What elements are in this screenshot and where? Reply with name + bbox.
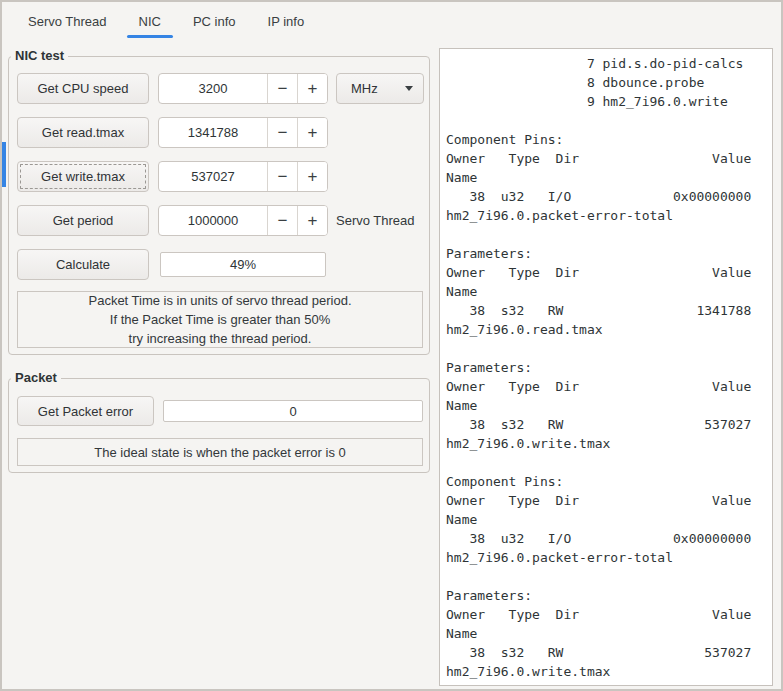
packet-time-progress: 49%: [160, 252, 326, 277]
cpu-speed-unit-value: MHz: [351, 81, 378, 96]
packet-time-note: Packet Time is in units of servo thread …: [17, 291, 423, 348]
cpu-speed-unit-dropdown[interactable]: MHz: [336, 73, 424, 104]
cpu-speed-decrement-button[interactable]: −: [267, 74, 297, 103]
write-tmax-value[interactable]: 537027: [159, 162, 267, 191]
packet-error-note: The ideal state is when the packet error…: [17, 438, 423, 466]
tab-ip-info[interactable]: IP info: [252, 2, 321, 40]
write-tmax-spinbox: 537027 − +: [158, 161, 328, 192]
hal-output-text: 7 pid.s.do-pid-calcs 8 dbounce.probe 9 h…: [440, 49, 772, 681]
get-packet-error-button[interactable]: Get Packet error: [17, 396, 154, 426]
read-tmax-value[interactable]: 1341788: [159, 118, 267, 147]
tab-ip-info-label: IP info: [268, 14, 305, 29]
packet-frame-title: Packet: [11, 370, 61, 386]
read-tmax-increment-button[interactable]: +: [297, 118, 327, 147]
nic-test-frame: NIC test Get CPU speed 3200 − + MHz Get …: [8, 56, 430, 355]
cpu-speed-value[interactable]: 3200: [159, 74, 267, 103]
get-read-tmax-button[interactable]: Get read.tmax: [17, 117, 149, 148]
period-spinbox: 1000000 − +: [158, 205, 328, 236]
tab-pc-info-label: PC info: [193, 14, 236, 29]
tab-nic[interactable]: NIC: [123, 2, 177, 40]
packet-frame: Packet Get Packet error 0 The ideal stat…: [8, 378, 430, 473]
dropdown-arrow-icon: [405, 86, 413, 91]
tab-bar: Servo Thread NIC PC info IP info: [2, 2, 781, 40]
cpu-speed-increment-button[interactable]: +: [297, 74, 327, 103]
write-tmax-increment-button[interactable]: +: [297, 162, 327, 191]
read-tmax-spinbox: 1341788 − +: [158, 117, 328, 148]
write-tmax-decrement-button[interactable]: −: [267, 162, 297, 191]
cpu-speed-spinbox: 3200 − +: [158, 73, 328, 104]
get-write-tmax-button[interactable]: Get write.tmax: [17, 161, 149, 192]
tab-pc-info[interactable]: PC info: [177, 2, 252, 40]
read-tmax-decrement-button[interactable]: −: [267, 118, 297, 147]
left-edge-accent: [2, 142, 6, 187]
tab-servo-thread-label: Servo Thread: [28, 14, 107, 29]
calculate-button[interactable]: Calculate: [17, 249, 149, 280]
period-decrement-button[interactable]: −: [267, 206, 297, 235]
hal-output-view[interactable]: 7 pid.s.do-pid-calcs 8 dbounce.probe 9 h…: [439, 48, 773, 686]
get-cpu-speed-button[interactable]: Get CPU speed: [17, 73, 149, 104]
period-increment-button[interactable]: +: [297, 206, 327, 235]
nic-test-frame-title: NIC test: [11, 48, 68, 64]
tab-servo-thread[interactable]: Servo Thread: [12, 2, 123, 40]
tab-nic-label: NIC: [139, 14, 161, 29]
period-value[interactable]: 1000000: [159, 206, 267, 235]
packet-error-value[interactable]: 0: [163, 400, 423, 422]
get-period-button[interactable]: Get period: [17, 205, 149, 236]
servo-thread-label: Servo Thread: [336, 205, 415, 236]
app-window: Servo Thread NIC PC info IP info NIC tes…: [0, 0, 783, 691]
